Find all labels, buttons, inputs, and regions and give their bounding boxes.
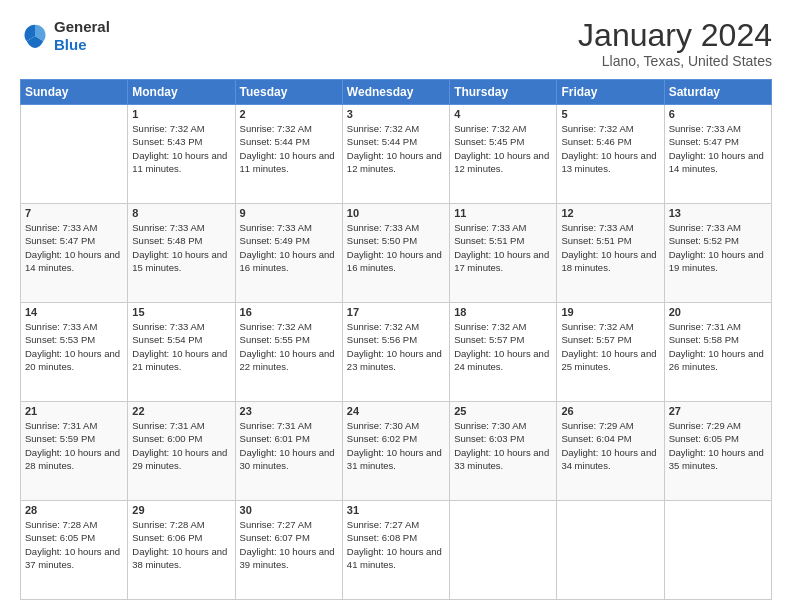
day-number: 6 [669, 108, 767, 120]
logo-general: General [54, 18, 110, 36]
day-number: 24 [347, 405, 445, 417]
location: Llano, Texas, United States [578, 53, 772, 69]
calendar-cell: 16Sunrise: 7:32 AMSunset: 5:55 PMDayligh… [235, 303, 342, 402]
calendar-cell: 6Sunrise: 7:33 AMSunset: 5:47 PMDaylight… [664, 105, 771, 204]
logo-icon [20, 21, 50, 51]
col-tuesday: Tuesday [235, 80, 342, 105]
day-number: 17 [347, 306, 445, 318]
calendar-week-1: 1Sunrise: 7:32 AMSunset: 5:43 PMDaylight… [21, 105, 772, 204]
col-wednesday: Wednesday [342, 80, 449, 105]
page: General Blue January 2024 Llano, Texas, … [0, 0, 792, 612]
day-number: 1 [132, 108, 230, 120]
calendar-cell: 2Sunrise: 7:32 AMSunset: 5:44 PMDaylight… [235, 105, 342, 204]
day-number: 9 [240, 207, 338, 219]
calendar-cell: 22Sunrise: 7:31 AMSunset: 6:00 PMDayligh… [128, 402, 235, 501]
calendar-cell: 31Sunrise: 7:27 AMSunset: 6:08 PMDayligh… [342, 501, 449, 600]
calendar-cell [21, 105, 128, 204]
logo-blue: Blue [54, 36, 110, 54]
cell-info: Sunrise: 7:28 AMSunset: 6:05 PMDaylight:… [25, 518, 123, 571]
calendar-cell: 20Sunrise: 7:31 AMSunset: 5:58 PMDayligh… [664, 303, 771, 402]
col-saturday: Saturday [664, 80, 771, 105]
calendar-cell: 15Sunrise: 7:33 AMSunset: 5:54 PMDayligh… [128, 303, 235, 402]
col-monday: Monday [128, 80, 235, 105]
month-title: January 2024 [578, 18, 772, 53]
calendar-cell [557, 501, 664, 600]
day-number: 29 [132, 504, 230, 516]
day-number: 4 [454, 108, 552, 120]
calendar-cell: 17Sunrise: 7:32 AMSunset: 5:56 PMDayligh… [342, 303, 449, 402]
col-sunday: Sunday [21, 80, 128, 105]
calendar-table: Sunday Monday Tuesday Wednesday Thursday… [20, 79, 772, 600]
day-number: 5 [561, 108, 659, 120]
day-number: 18 [454, 306, 552, 318]
cell-info: Sunrise: 7:29 AMSunset: 6:04 PMDaylight:… [561, 419, 659, 472]
cell-info: Sunrise: 7:32 AMSunset: 5:55 PMDaylight:… [240, 320, 338, 373]
cell-info: Sunrise: 7:32 AMSunset: 5:57 PMDaylight:… [561, 320, 659, 373]
day-number: 2 [240, 108, 338, 120]
day-number: 30 [240, 504, 338, 516]
cell-info: Sunrise: 7:28 AMSunset: 6:06 PMDaylight:… [132, 518, 230, 571]
day-number: 23 [240, 405, 338, 417]
cell-info: Sunrise: 7:32 AMSunset: 5:44 PMDaylight:… [347, 122, 445, 175]
calendar-cell: 21Sunrise: 7:31 AMSunset: 5:59 PMDayligh… [21, 402, 128, 501]
calendar-week-5: 28Sunrise: 7:28 AMSunset: 6:05 PMDayligh… [21, 501, 772, 600]
cell-info: Sunrise: 7:33 AMSunset: 5:50 PMDaylight:… [347, 221, 445, 274]
cell-info: Sunrise: 7:33 AMSunset: 5:47 PMDaylight:… [25, 221, 123, 274]
calendar-cell: 23Sunrise: 7:31 AMSunset: 6:01 PMDayligh… [235, 402, 342, 501]
calendar-cell: 27Sunrise: 7:29 AMSunset: 6:05 PMDayligh… [664, 402, 771, 501]
calendar-cell: 30Sunrise: 7:27 AMSunset: 6:07 PMDayligh… [235, 501, 342, 600]
day-number: 14 [25, 306, 123, 318]
cell-info: Sunrise: 7:31 AMSunset: 5:59 PMDaylight:… [25, 419, 123, 472]
calendar-cell: 18Sunrise: 7:32 AMSunset: 5:57 PMDayligh… [450, 303, 557, 402]
day-number: 21 [25, 405, 123, 417]
cell-info: Sunrise: 7:33 AMSunset: 5:49 PMDaylight:… [240, 221, 338, 274]
day-number: 15 [132, 306, 230, 318]
calendar-cell: 12Sunrise: 7:33 AMSunset: 5:51 PMDayligh… [557, 204, 664, 303]
calendar-week-3: 14Sunrise: 7:33 AMSunset: 5:53 PMDayligh… [21, 303, 772, 402]
logo: General Blue [20, 18, 110, 54]
calendar-cell: 8Sunrise: 7:33 AMSunset: 5:48 PMDaylight… [128, 204, 235, 303]
day-number: 10 [347, 207, 445, 219]
day-number: 13 [669, 207, 767, 219]
day-number: 7 [25, 207, 123, 219]
cell-info: Sunrise: 7:31 AMSunset: 6:00 PMDaylight:… [132, 419, 230, 472]
title-area: January 2024 Llano, Texas, United States [578, 18, 772, 69]
cell-info: Sunrise: 7:33 AMSunset: 5:53 PMDaylight:… [25, 320, 123, 373]
day-number: 19 [561, 306, 659, 318]
calendar-cell: 10Sunrise: 7:33 AMSunset: 5:50 PMDayligh… [342, 204, 449, 303]
day-number: 26 [561, 405, 659, 417]
cell-info: Sunrise: 7:29 AMSunset: 6:05 PMDaylight:… [669, 419, 767, 472]
day-number: 3 [347, 108, 445, 120]
cell-info: Sunrise: 7:33 AMSunset: 5:51 PMDaylight:… [454, 221, 552, 274]
calendar-cell: 7Sunrise: 7:33 AMSunset: 5:47 PMDaylight… [21, 204, 128, 303]
calendar-cell: 3Sunrise: 7:32 AMSunset: 5:44 PMDaylight… [342, 105, 449, 204]
day-number: 16 [240, 306, 338, 318]
cell-info: Sunrise: 7:27 AMSunset: 6:08 PMDaylight:… [347, 518, 445, 571]
calendar-cell: 13Sunrise: 7:33 AMSunset: 5:52 PMDayligh… [664, 204, 771, 303]
calendar-cell [664, 501, 771, 600]
calendar-cell [450, 501, 557, 600]
cell-info: Sunrise: 7:32 AMSunset: 5:46 PMDaylight:… [561, 122, 659, 175]
day-number: 8 [132, 207, 230, 219]
calendar-cell: 26Sunrise: 7:29 AMSunset: 6:04 PMDayligh… [557, 402, 664, 501]
cell-info: Sunrise: 7:33 AMSunset: 5:54 PMDaylight:… [132, 320, 230, 373]
cell-info: Sunrise: 7:33 AMSunset: 5:48 PMDaylight:… [132, 221, 230, 274]
cell-info: Sunrise: 7:31 AMSunset: 5:58 PMDaylight:… [669, 320, 767, 373]
cell-info: Sunrise: 7:32 AMSunset: 5:45 PMDaylight:… [454, 122, 552, 175]
day-number: 12 [561, 207, 659, 219]
day-number: 31 [347, 504, 445, 516]
calendar-cell: 19Sunrise: 7:32 AMSunset: 5:57 PMDayligh… [557, 303, 664, 402]
calendar-cell: 28Sunrise: 7:28 AMSunset: 6:05 PMDayligh… [21, 501, 128, 600]
cell-info: Sunrise: 7:33 AMSunset: 5:51 PMDaylight:… [561, 221, 659, 274]
cell-info: Sunrise: 7:31 AMSunset: 6:01 PMDaylight:… [240, 419, 338, 472]
cell-info: Sunrise: 7:32 AMSunset: 5:56 PMDaylight:… [347, 320, 445, 373]
calendar-cell: 29Sunrise: 7:28 AMSunset: 6:06 PMDayligh… [128, 501, 235, 600]
calendar-cell: 4Sunrise: 7:32 AMSunset: 5:45 PMDaylight… [450, 105, 557, 204]
cell-info: Sunrise: 7:33 AMSunset: 5:52 PMDaylight:… [669, 221, 767, 274]
calendar-header-row: Sunday Monday Tuesday Wednesday Thursday… [21, 80, 772, 105]
cell-info: Sunrise: 7:33 AMSunset: 5:47 PMDaylight:… [669, 122, 767, 175]
cell-info: Sunrise: 7:32 AMSunset: 5:43 PMDaylight:… [132, 122, 230, 175]
cell-info: Sunrise: 7:27 AMSunset: 6:07 PMDaylight:… [240, 518, 338, 571]
calendar-cell: 9Sunrise: 7:33 AMSunset: 5:49 PMDaylight… [235, 204, 342, 303]
cell-info: Sunrise: 7:30 AMSunset: 6:03 PMDaylight:… [454, 419, 552, 472]
